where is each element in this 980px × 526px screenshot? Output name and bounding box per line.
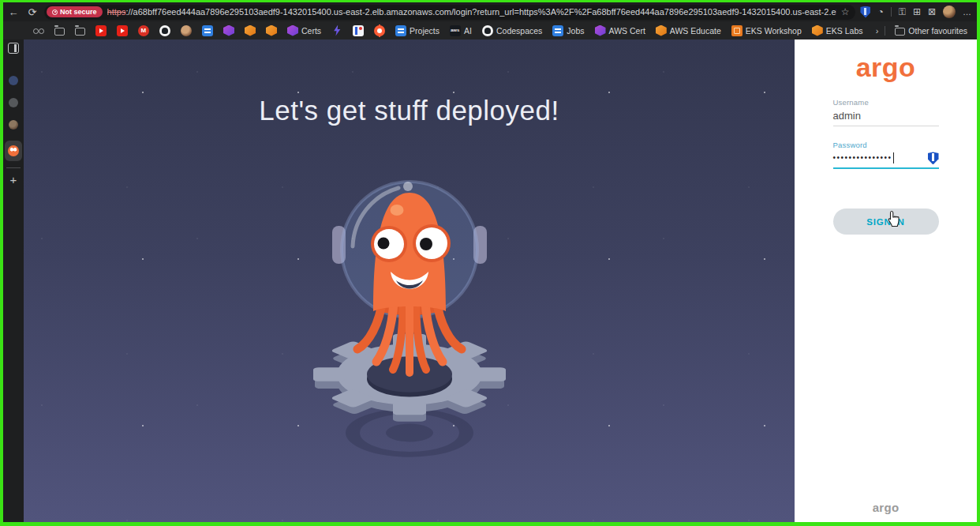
bookmark-label: EKS Workshop [746, 26, 802, 36]
bookmark-favicon [450, 25, 461, 36]
other-favourites-button[interactable]: Other favourites [892, 25, 971, 36]
address-bar-row: ← ⟳ Not secure https://a68bff76eed444aa7… [3, 2, 977, 21]
background-tab[interactable] [9, 98, 18, 107]
bookmark-item[interactable] [156, 24, 174, 37]
bookmark-item[interactable] [178, 24, 195, 37]
more-menu-icon[interactable]: … [963, 7, 972, 17]
username-underline [833, 126, 939, 126]
bookmark-label: AI [464, 26, 472, 36]
bookmark-item[interactable]: AWS Educate [653, 24, 724, 37]
bookmark-item[interactable]: Projects [392, 24, 443, 37]
password-underline-focused [833, 167, 939, 169]
address-bar[interactable]: Not secure https://a68bff76eed444aa7896e… [44, 5, 855, 20]
bookmark-favicon [75, 28, 85, 36]
not-secure-label: Not secure [60, 8, 97, 16]
bookmark-item[interactable] [241, 24, 259, 37]
hero-headline: Let's get stuff deployed! [24, 95, 795, 126]
active-tab-argocd[interactable] [5, 141, 22, 161]
password-input[interactable]: ••••••••••••••• [833, 149, 939, 167]
argo-octopus-favicon [8, 145, 19, 156]
bookmark-item[interactable] [92, 24, 110, 37]
bookmark-label: Codespaces [496, 26, 542, 36]
bookmark-favicon [223, 25, 234, 36]
url-text[interactable]: https://a68bff76eed444aa7896e295103aedf9… [107, 7, 836, 17]
toolbar-icons: ◔ ⚿ ⊞ ⊠ … [860, 6, 972, 18]
bookmark-favicon [95, 25, 107, 36]
browser-tool-icon[interactable]: ⊠ [928, 7, 936, 17]
bookmark-label: AWS Educate [670, 26, 721, 36]
bookmark-item[interactable] [135, 24, 152, 37]
bookmark-item[interactable] [263, 24, 280, 37]
folder-icon [895, 28, 905, 36]
bookmark-label: Certs [301, 26, 321, 36]
bookmark-favicon [353, 25, 364, 36]
username-label: Username [833, 98, 939, 107]
bookmark-favicon [159, 25, 170, 36]
bookmark-item[interactable]: EKS Labs [809, 24, 866, 37]
bookmark-label: EKS Labs [826, 26, 863, 36]
bookmark-item[interactable] [51, 25, 68, 36]
bookmark-favicon [138, 25, 149, 36]
browser-window: ← ⟳ Not secure https://a68bff76eed444aa7… [3, 2, 977, 522]
bookmark-favicon [287, 25, 298, 36]
bookmark-item[interactable]: Codespaces [479, 24, 545, 37]
argo-footer-logo: argo [795, 501, 977, 514]
bookmark-favicon [331, 25, 342, 36]
url-rest: ://a68bff76eed444aa7896e295103aedf9-1432… [125, 7, 836, 17]
bookmark-item[interactable]: AWS Cert [592, 24, 649, 37]
bookmarks-separator [885, 26, 885, 36]
other-favourites-label: Other favourites [908, 26, 967, 36]
bookmark-item[interactable] [72, 25, 88, 36]
cookie-icon[interactable]: ◔ [877, 7, 883, 17]
bookmark-item[interactable]: Certs [284, 24, 324, 37]
bookmark-item[interactable]: EKS Workshop [728, 24, 805, 37]
bookmark-favicon [266, 25, 277, 36]
bookmark-favicon [731, 25, 742, 36]
bookmark-label: Jobs [567, 26, 584, 36]
bitwarden-autofill-icon[interactable] [928, 152, 939, 164]
username-input[interactable]: admin [833, 107, 939, 126]
bookmarks-right: › Other favourites [876, 25, 971, 36]
background-tab[interactable] [9, 76, 18, 85]
password-label: Password [833, 141, 939, 149]
bookmark-favicon [202, 25, 213, 36]
key-icon[interactable]: ⚿ [899, 7, 906, 17]
collections-icon[interactable]: ⊞ [913, 7, 921, 17]
bookmark-item[interactable] [199, 24, 216, 37]
bookmark-favicon [117, 25, 128, 36]
not-secure-badge[interactable]: Not secure [47, 6, 103, 17]
main-content: + Let's get stuff deployed! [3, 39, 977, 522]
url-scheme-strikethrough: https [107, 7, 126, 17]
password-field: Password ••••••••••••••• [833, 141, 939, 169]
bookmark-item[interactable]: Jobs [549, 24, 587, 37]
favorite-star-icon[interactable]: ☆ [841, 6, 850, 17]
hero-background: Let's get stuff deployed! [24, 39, 795, 522]
bitwarden-shield-icon[interactable] [860, 6, 870, 18]
bookmark-item[interactable] [114, 24, 131, 37]
tab-actions-icon[interactable] [8, 43, 19, 54]
bookmark-item[interactable]: AI [447, 24, 475, 37]
bookmark-favicon [656, 25, 667, 36]
bookmark-item[interactable] [328, 24, 346, 37]
bookmark-favicon [181, 25, 192, 36]
bookmark-item[interactable] [371, 24, 388, 37]
bookmarks-overflow-chevron[interactable]: › [876, 26, 879, 36]
bookmark-favicon [54, 28, 65, 36]
security-info-icon [52, 9, 58, 15]
new-tab-button[interactable]: + [10, 173, 17, 186]
back-button[interactable]: ← [6, 6, 21, 18]
background-tab[interactable] [9, 120, 18, 130]
toolbar-separator [891, 7, 892, 17]
refresh-button[interactable]: ⟳ [25, 6, 39, 18]
vertical-tab-strip: + [3, 39, 24, 522]
sign-in-button[interactable]: SIGN IN [833, 209, 939, 235]
bookmark-item[interactable] [30, 24, 47, 37]
bookmark-item[interactable]: Certs [870, 24, 873, 37]
bookmarks-bar: Certs Project [3, 21, 977, 39]
bookmark-favicon [245, 25, 256, 36]
bookmark-favicon [552, 25, 563, 36]
bookmark-item[interactable] [220, 24, 238, 37]
bookmark-favicon [595, 25, 606, 36]
bookmark-item[interactable] [350, 24, 367, 37]
profile-avatar[interactable] [943, 6, 956, 18]
